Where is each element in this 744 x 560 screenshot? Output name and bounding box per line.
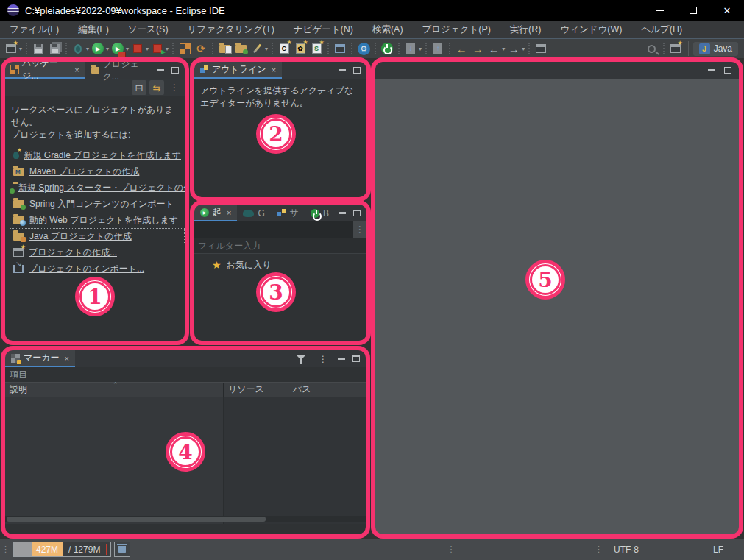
search-wand-button[interactable] (249, 40, 264, 57)
line-delimiter-indicator[interactable]: LF (706, 545, 731, 555)
forward-edit-location-button[interactable]: → (470, 40, 485, 57)
tab-close-icon[interactable]: × (74, 65, 79, 74)
back-dropdown[interactable]: ▾ (502, 46, 505, 52)
import-dropdown[interactable]: ▾ (419, 46, 422, 52)
profile-button[interactable] (150, 40, 165, 57)
run-garbage-collector-button[interactable] (114, 542, 130, 557)
view-maximize-icon[interactable] (724, 67, 731, 74)
menu-edit[interactable]: 編集(E) (68, 21, 118, 38)
link-with-editor-button[interactable]: ⇆ (149, 80, 164, 95)
debug-dropdown[interactable]: ▾ (86, 46, 89, 52)
import-button[interactable]: ↓ (403, 40, 418, 57)
menu-navigate[interactable]: ナビゲート(N) (284, 21, 363, 38)
link-row-import-project[interactable]: プロジェクトのインポート... (10, 260, 185, 277)
save-button[interactable] (31, 40, 46, 57)
maximize-button[interactable] (676, 0, 710, 21)
menu-window[interactable]: ウィンドウ(W) (550, 21, 631, 38)
new-gradle-project-link[interactable]: 新規 Gradle プロジェクトを作成します (24, 149, 182, 162)
export-button[interactable]: ↑ (431, 40, 445, 57)
filter-input[interactable] (194, 238, 366, 253)
markers-table-body[interactable] (5, 397, 366, 524)
view-minimize-icon[interactable] (339, 69, 346, 71)
search-wand-dropdown[interactable]: ▾ (265, 46, 268, 52)
menu-source[interactable]: ソース(S) (118, 21, 178, 38)
pin-editor-button[interactable] (534, 40, 548, 57)
forward-dropdown[interactable]: ▾ (522, 46, 525, 52)
open-type-button[interactable] (217, 40, 232, 57)
new-wizard-dropdown[interactable]: ▾ (19, 46, 22, 52)
menu-project[interactable]: プロジェクト(P) (413, 21, 500, 38)
view-menu-button[interactable]: ⋮ (316, 352, 330, 366)
statusbar-drag-handle[interactable]: ⋮ (1, 545, 10, 554)
create-web-project-link[interactable]: 動的 Web プロジェクトを作成します (29, 214, 178, 227)
create-java-project-link[interactable]: Java プロジェクトの作成 (29, 230, 132, 243)
tab-close-icon[interactable]: × (65, 354, 69, 363)
new-class-button[interactable]: C (277, 40, 291, 57)
link-row-spring-import[interactable]: Spring 入門コンテンツのインポート (10, 196, 185, 212)
link-row-spring-starter[interactable]: 新規 Spring スターター・プロジェクトの作成 (10, 180, 185, 196)
view-menu-button[interactable]: ⋮ (353, 221, 366, 238)
open-resource-button[interactable] (233, 40, 248, 57)
column-resource[interactable]: リソース (223, 383, 288, 397)
tab-servers[interactable]: サ (271, 205, 305, 221)
gradle-refresh-button[interactable]: ⟳ (194, 40, 208, 57)
open-perspective-button[interactable] (668, 40, 683, 57)
profile-dropdown[interactable]: ▾ (166, 46, 169, 52)
link-row-gradle[interactable]: 新規 Gradle プロジェクトを作成します (10, 147, 185, 163)
back-edit-location-button[interactable]: ← (454, 40, 469, 57)
terminate-dropdown[interactable]: ▾ (146, 46, 149, 52)
close-button[interactable]: ✕ (710, 0, 744, 21)
save-all-button[interactable] (47, 40, 62, 57)
link-row-java-project[interactable]: Java プロジェクトの作成 (10, 228, 185, 244)
tab-markers[interactable]: マーカー × (5, 350, 75, 367)
tab-close-icon[interactable]: × (272, 65, 276, 74)
import-spring-content-link[interactable]: Spring 入門コンテンツのインポート (29, 198, 174, 210)
heap-status-widget[interactable]: 427M / 1279M (13, 542, 111, 557)
editor-area[interactable] (375, 61, 740, 535)
view-menu-button[interactable]: ⋮ (167, 80, 182, 95)
tab-outline[interactable]: アウトライン × (194, 62, 282, 79)
column-description[interactable]: 説明 ⌃ (5, 383, 223, 397)
forward-button[interactable]: → (506, 40, 521, 57)
menu-refactor[interactable]: リファクタリング(T) (178, 21, 284, 38)
encoding-indicator[interactable]: UTF-8 (606, 545, 646, 555)
console-button[interactable] (333, 40, 347, 57)
minimize-button[interactable] (642, 0, 676, 21)
view-minimize-icon[interactable] (708, 69, 715, 71)
view-minimize-icon[interactable] (157, 69, 164, 71)
tab-boot-dashboard[interactable]: B (305, 205, 335, 221)
terminate-button[interactable] (130, 40, 145, 57)
new-wizard-button[interactable] (4, 40, 18, 57)
link-row-maven[interactable]: Maven プロジェクトの作成 (10, 163, 185, 180)
tab-package-explorer[interactable]: パッケージ... × (5, 62, 85, 79)
menu-run[interactable]: 実行(R) (500, 21, 550, 38)
tab-launch-configs[interactable]: ▶ 起 × (194, 205, 237, 221)
view-minimize-icon[interactable] (338, 358, 345, 360)
new-java-project-button[interactable] (177, 40, 192, 57)
new-spring-project-button[interactable]: ✿ (293, 40, 308, 57)
new-spring-starter-button[interactable]: S (309, 40, 324, 57)
tab-close-icon[interactable]: × (227, 208, 231, 217)
boot-dashboard-button[interactable] (380, 40, 394, 57)
tab-project-explorer[interactable]: プロジェク... (85, 62, 157, 79)
servers-button[interactable]: ⚙ (356, 40, 371, 57)
java-perspective-button[interactable]: J Java (693, 42, 738, 56)
run-button[interactable]: ▶ (91, 40, 105, 57)
view-minimize-icon[interactable] (339, 212, 346, 214)
debug-button[interactable] (71, 40, 85, 57)
create-maven-project-link[interactable]: Maven プロジェクトの作成 (29, 166, 139, 178)
new-spring-starter-link[interactable]: 新規 Spring スターター・プロジェクトの作成 (18, 182, 185, 194)
coverage-button[interactable]: ▶ (110, 40, 125, 57)
view-maximize-icon[interactable] (171, 67, 179, 74)
scrollbar-thumb[interactable] (7, 517, 266, 522)
view-maximize-icon[interactable] (353, 67, 361, 74)
horizontal-scrollbar[interactable] (5, 516, 366, 522)
menu-file[interactable]: ファイル(F) (0, 21, 68, 38)
favorites-item[interactable]: ★ お気に入り (194, 257, 366, 273)
column-path[interactable]: パス (288, 383, 366, 397)
view-maximize-icon[interactable] (353, 210, 361, 216)
search-icon[interactable] (645, 40, 659, 57)
link-row-dynamic-web[interactable]: 動的 Web プロジェクトを作成します (10, 212, 185, 228)
import-project-link[interactable]: プロジェクトのインポート... (29, 263, 144, 275)
coverage-dropdown[interactable]: ▾ (126, 46, 129, 52)
